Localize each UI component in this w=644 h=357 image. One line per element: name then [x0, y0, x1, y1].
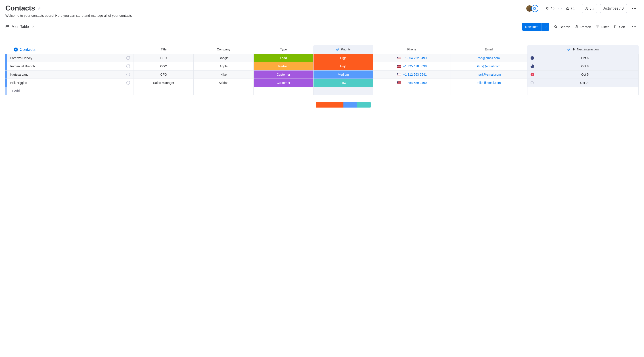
svg-point-3: [568, 8, 568, 9]
chat-icon[interactable]: [126, 80, 130, 85]
chat-icon[interactable]: [126, 55, 130, 60]
company-cell[interactable]: Adidas: [194, 78, 254, 87]
col-company[interactable]: Company: [194, 45, 254, 54]
priority-cell[interactable]: High: [313, 54, 373, 62]
phone-cell[interactable]: +1 854 722 0499: [373, 54, 450, 62]
contacts-table: Contacts Title Company Type Priority Pho…: [5, 45, 639, 110]
page-subtitle: Welcome to your contacts board! Here you…: [5, 13, 132, 17]
page-title: Contacts: [5, 4, 35, 12]
company-cell[interactable]: Google: [194, 54, 254, 62]
type-cell[interactable]: Lead: [254, 54, 313, 62]
sort-button[interactable]: Sort: [613, 25, 625, 29]
priority-cell[interactable]: Low: [313, 78, 373, 87]
favorite-star-icon[interactable]: [37, 6, 41, 10]
next-interaction-cell[interactable]: Oct 22: [527, 78, 638, 87]
kebab-icon: [632, 26, 636, 27]
col-next-interaction[interactable]: Next interaction: [527, 45, 638, 54]
activities-button[interactable]: Activities / 0: [600, 4, 627, 13]
members-count: / 1: [590, 7, 594, 10]
next-interaction-cell[interactable]: Oct 6: [527, 54, 638, 62]
title-cell[interactable]: COO: [134, 62, 194, 70]
automations-button[interactable]: / 1: [562, 4, 579, 13]
table-row[interactable]: Karissa Lang CFO Nike Customer Medium +1…: [5, 70, 639, 78]
chevron-down-icon: [31, 25, 34, 28]
company-cell[interactable]: Apple: [194, 62, 254, 70]
email-cell[interactable]: Guy@email.com: [450, 62, 527, 70]
new-item-label: New Item: [525, 25, 538, 28]
email-cell[interactable]: ron@email.com: [450, 54, 527, 62]
link-icon: [336, 48, 339, 51]
add-row[interactable]: + Add: [5, 87, 639, 95]
priority-cell[interactable]: Medium: [313, 70, 373, 78]
type-cell[interactable]: Customer: [254, 70, 313, 78]
contact-name: Immanuel Branch: [10, 64, 35, 68]
flag-us-icon: [397, 73, 401, 76]
summary-segment: [316, 102, 343, 107]
board-menu-button[interactable]: [630, 4, 639, 13]
sort-icon: [613, 25, 617, 29]
col-phone[interactable]: Phone: [373, 45, 450, 54]
person-label: Person: [580, 25, 591, 29]
automations-count: / 1: [571, 7, 575, 10]
next-interaction-cell[interactable]: Oct 8: [527, 62, 638, 70]
filter-button[interactable]: Filter: [596, 25, 609, 29]
kebab-icon: [632, 8, 636, 9]
col-email[interactable]: Email: [450, 45, 527, 54]
email-cell[interactable]: mark@email.com: [450, 70, 527, 78]
phone-cell[interactable]: +1 854 589 0499: [373, 78, 450, 87]
title-cell[interactable]: CEO: [134, 54, 194, 62]
status-indicator-icon: [530, 64, 534, 68]
chat-icon[interactable]: [126, 72, 130, 77]
email-cell[interactable]: mike@email.com: [450, 78, 527, 87]
table-row[interactable]: Lorenzo Harvey CEO Google Lead High +1 8…: [5, 54, 639, 62]
phone-cell[interactable]: +1 312 563 2541: [373, 70, 450, 78]
new-item-dropdown[interactable]: [542, 23, 549, 31]
contact-name: Erik Higgins: [10, 81, 27, 84]
toolbar-menu-button[interactable]: [630, 22, 639, 31]
priority-cell[interactable]: High: [313, 62, 373, 70]
next-interaction-cell[interactable]: ! Oct 5: [527, 70, 638, 78]
presence-badge-icon: [531, 5, 538, 12]
priority-summary: [313, 95, 373, 110]
svg-point-7: [554, 25, 556, 27]
type-cell[interactable]: Partner: [254, 62, 313, 70]
type-cell[interactable]: Customer: [254, 78, 313, 87]
person-filter-button[interactable]: Person: [575, 25, 591, 29]
phone-cell[interactable]: +1 325 478 5698: [373, 62, 450, 70]
chevron-down-icon: [544, 25, 547, 28]
members-button[interactable]: / 1: [582, 4, 598, 13]
contact-name: Karissa Lang: [10, 73, 28, 76]
table-icon: [5, 25, 10, 29]
chat-icon[interactable]: [126, 64, 130, 69]
group-name: Contacts: [20, 47, 36, 52]
title-cell[interactable]: Sales Manager: [134, 78, 194, 87]
svg-point-4: [586, 7, 587, 8]
view-selector[interactable]: Main Table: [5, 25, 34, 29]
search-button[interactable]: Search: [554, 25, 570, 29]
integrations-button[interactable]: / 0: [541, 4, 559, 13]
status-indicator-icon: [530, 81, 534, 84]
collapse-toggle-icon[interactable]: [14, 47, 18, 51]
svg-rect-1: [566, 8, 569, 9]
contact-name: Lorenzo Harvey: [10, 56, 32, 60]
new-item-button[interactable]: New Item: [522, 23, 549, 31]
col-priority[interactable]: Priority: [313, 45, 373, 54]
svg-rect-0: [534, 7, 536, 9]
robot-icon: [566, 6, 570, 10]
flag-us-icon: [397, 57, 401, 59]
svg-point-5: [588, 7, 588, 8]
group-header[interactable]: Contacts: [14, 47, 134, 52]
board-viewers[interactable]: [526, 5, 538, 12]
table-row[interactable]: Erik Higgins Sales Manager Adidas Custom…: [5, 78, 639, 87]
person-icon: [575, 25, 579, 29]
integrations-count: / 0: [551, 7, 554, 10]
title-cell[interactable]: CFO: [134, 70, 194, 78]
activities-label: Activities / 0: [603, 6, 624, 11]
col-title[interactable]: Title: [134, 45, 194, 54]
col-type[interactable]: Type: [254, 45, 313, 54]
company-cell[interactable]: Nike: [194, 70, 254, 78]
flag-us-icon: [397, 65, 401, 68]
table-row[interactable]: Immanuel Branch COO Apple Partner High +…: [5, 62, 639, 70]
add-row-label: + Add: [12, 89, 20, 93]
bell-icon: [572, 48, 575, 51]
